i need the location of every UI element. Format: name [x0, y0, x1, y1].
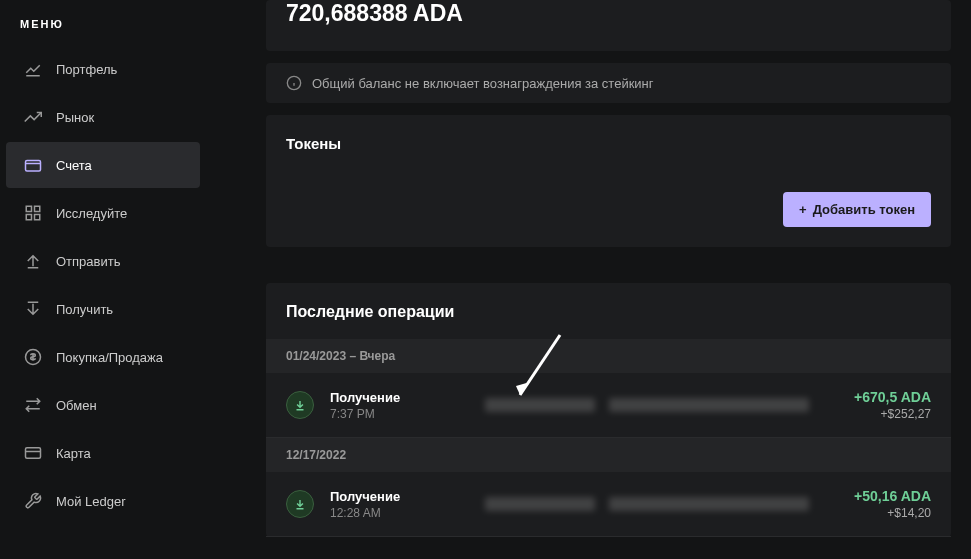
- tx-type: Получение: [330, 390, 440, 405]
- receive-icon: [286, 391, 314, 419]
- notice-text: Общий баланс не включает вознаграждения …: [312, 76, 654, 91]
- sidebar-item-card[interactable]: Карта: [6, 430, 200, 476]
- wallet-icon: [24, 156, 42, 174]
- svg-rect-3: [26, 215, 31, 220]
- sidebar-item-label: Карта: [56, 446, 91, 461]
- sidebar-item-explore[interactable]: Исследуйте: [6, 190, 200, 236]
- transaction-row[interactable]: Получение 7:37 PM +670,5 ADA +$252,27: [266, 373, 951, 438]
- sidebar-item-label: Отправить: [56, 254, 120, 269]
- upload-icon: [24, 252, 42, 270]
- operations-section: Последние операции 01/24/2023 – Вчера По…: [266, 283, 951, 537]
- tx-hash-redacted: [456, 497, 838, 511]
- swap-icon: [24, 396, 42, 414]
- tokens-card: Токены + Добавить токен: [266, 115, 951, 247]
- add-token-button[interactable]: + Добавить токен: [783, 192, 931, 227]
- download-icon: [24, 300, 42, 318]
- menu-list: Портфель Рынок Счета Исследуйте Отправит…: [0, 46, 206, 524]
- tx-info: Получение 12:28 AM: [330, 489, 440, 520]
- balance-value: 720,688388 ADA: [286, 0, 931, 27]
- sidebar-item-swap[interactable]: Обмен: [6, 382, 200, 428]
- tx-amount-fiat: +$14,20: [854, 506, 931, 520]
- sidebar-item-label: Получить: [56, 302, 113, 317]
- staking-notice: Общий баланс не включает вознаграждения …: [266, 63, 951, 103]
- dollar-icon: [24, 348, 42, 366]
- tx-type: Получение: [330, 489, 440, 504]
- tx-hash-redacted: [456, 398, 838, 412]
- sidebar-item-buysell[interactable]: Покупка/Продажа: [6, 334, 200, 380]
- wrench-icon: [24, 492, 42, 510]
- sidebar-item-label: Мой Ledger: [56, 494, 126, 509]
- receive-icon: [286, 490, 314, 518]
- tx-amount: +670,5 ADA +$252,27: [854, 389, 931, 421]
- add-token-label: Добавить токен: [813, 202, 915, 217]
- sidebar-item-label: Рынок: [56, 110, 94, 125]
- sidebar-item-myledger[interactable]: Мой Ledger: [6, 478, 200, 524]
- svg-rect-2: [35, 206, 40, 211]
- trending-icon: [24, 108, 42, 126]
- tx-info: Получение 7:37 PM: [330, 390, 440, 421]
- date-group-header: 12/17/2022: [266, 438, 951, 472]
- sidebar-item-label: Портфель: [56, 62, 117, 77]
- grid-icon: [24, 204, 42, 222]
- sidebar-item-accounts[interactable]: Счета: [6, 142, 200, 188]
- tx-amount-crypto: +670,5 ADA: [854, 389, 931, 405]
- tx-amount-fiat: +$252,27: [854, 407, 931, 421]
- svg-rect-4: [35, 215, 40, 220]
- tx-time: 12:28 AM: [330, 506, 440, 520]
- svg-rect-0: [26, 161, 41, 172]
- sidebar-item-label: Исследуйте: [56, 206, 127, 221]
- sidebar-item-label: Обмен: [56, 398, 97, 413]
- sidebar-item-label: Счета: [56, 158, 92, 173]
- sidebar-item-market[interactable]: Рынок: [6, 94, 200, 140]
- sidebar-item-send[interactable]: Отправить: [6, 238, 200, 284]
- sidebar: МЕНЮ Портфель Рынок Счета Исследуйте Отп…: [0, 0, 206, 559]
- tokens-title: Токены: [286, 135, 931, 152]
- card-icon: [24, 444, 42, 462]
- sidebar-item-label: Покупка/Продажа: [56, 350, 163, 365]
- tx-amount: +50,16 ADA +$14,20: [854, 488, 931, 520]
- main-content: 720,688388 ADA Общий баланс не включает …: [206, 0, 971, 559]
- balance-card: 720,688388 ADA: [266, 0, 951, 51]
- tx-time: 7:37 PM: [330, 407, 440, 421]
- transaction-row[interactable]: Получение 12:28 AM +50,16 ADA +$14,20: [266, 472, 951, 537]
- plus-icon: +: [799, 202, 807, 217]
- svg-rect-1: [26, 206, 31, 211]
- info-icon: [286, 75, 302, 91]
- chart-line-icon: [24, 60, 42, 78]
- operations-title: Последние операции: [266, 283, 951, 339]
- date-group-header: 01/24/2023 – Вчера: [266, 339, 951, 373]
- sidebar-item-portfolio[interactable]: Портфель: [6, 46, 200, 92]
- menu-header: МЕНЮ: [0, 0, 206, 44]
- tx-amount-crypto: +50,16 ADA: [854, 488, 931, 504]
- sidebar-item-receive[interactable]: Получить: [6, 286, 200, 332]
- svg-rect-6: [26, 448, 41, 459]
